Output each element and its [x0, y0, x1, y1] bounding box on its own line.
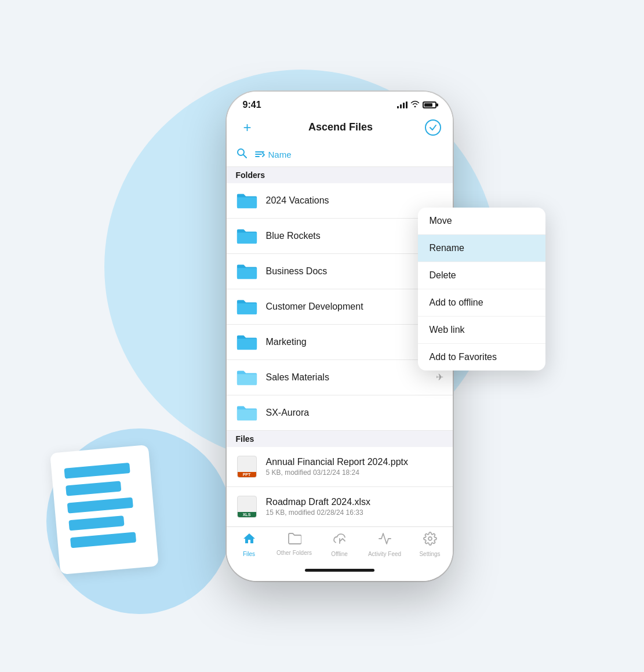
file-name: Annual Financial Report 2024.pptx [266, 457, 409, 467]
offline-tab-icon [333, 532, 347, 549]
check-button[interactable] [425, 119, 441, 136]
search-icon[interactable] [236, 147, 248, 162]
folder-name: Customer Development [266, 302, 443, 312]
status-time: 9:41 [243, 100, 261, 110]
doc-line-3 [67, 497, 134, 514]
folder-icon [236, 333, 258, 351]
file-meta: 5 KB, modified 03/12/24 18:24 [266, 468, 409, 477]
app-title: Ascend Files [257, 121, 425, 133]
tab-offline[interactable]: Offline [317, 532, 362, 557]
folder-name: Blue Rockets [266, 231, 443, 241]
wifi-icon [410, 100, 420, 109]
signal-bars-icon [397, 101, 407, 108]
tab-settings[interactable]: Settings [407, 532, 453, 557]
phone-wrapper: 9:41 [227, 92, 453, 581]
battery-icon [423, 101, 436, 108]
list-item[interactable]: XLS Roadmap Draft 2024.xlsx 15 KB, modif… [227, 487, 453, 526]
context-menu-add-offline[interactable]: Add to offline [418, 289, 545, 317]
doc-line-1 [64, 463, 131, 479]
tab-bar: Files Other Folders Offline [227, 526, 453, 569]
folder-name: Business Docs [266, 266, 443, 277]
xls-file-icon: XLS [236, 495, 258, 518]
context-menu-delete[interactable]: Delete [418, 262, 545, 289]
list-item[interactable]: SX-Aurora [227, 395, 453, 431]
folder-icon [236, 404, 258, 422]
folder-icon [236, 368, 258, 387]
file-info: Roadmap Draft 2024.xlsx 15 KB, modified … [266, 497, 371, 517]
folder-icon [236, 227, 258, 245]
status-bar: 9:41 [227, 92, 453, 115]
context-menu-web-link[interactable]: Web link [418, 317, 545, 344]
context-menu-add-favorites[interactable]: Add to Favorites [418, 344, 545, 370]
tab-files[interactable]: Files [227, 532, 272, 557]
activity-tab-icon [378, 532, 392, 549]
sort-label: Name [268, 150, 292, 159]
add-button[interactable]: + [238, 119, 257, 136]
file-info: Annual Financial Report 2024.pptx 5 KB, … [266, 457, 409, 477]
files-section-header: Files [227, 431, 453, 447]
doc-line-5 [70, 532, 137, 548]
other-folders-tab-icon [288, 532, 301, 548]
files-tab-icon [242, 532, 256, 549]
offline-airplane-icon: ✈ [436, 372, 443, 383]
sort-button[interactable]: Name [254, 150, 292, 159]
tab-other-folders-label: Other Folders [276, 550, 312, 556]
settings-tab-icon [423, 532, 437, 549]
context-menu-move[interactable]: Move [418, 208, 545, 235]
folder-name: Sales Materials [266, 372, 428, 383]
file-name: Roadmap Draft 2024.xlsx [266, 497, 371, 507]
file-meta: 15 KB, modified 02/28/24 16:33 [266, 508, 371, 517]
folder-icon [236, 191, 258, 210]
folder-name: 2024 Vacations [266, 195, 443, 206]
app-header: + Ascend Files [227, 115, 453, 143]
svg-point-5 [428, 537, 432, 540]
tab-activity[interactable]: Activity Feed [362, 532, 407, 557]
tab-offline-label: Offline [331, 551, 348, 557]
folder-icon [236, 297, 258, 316]
folders-section-header: Folders [227, 167, 453, 183]
doc-line-2 [66, 481, 121, 496]
tab-other-folders[interactable]: Other Folders [272, 532, 317, 557]
context-menu-rename[interactable]: Rename [418, 235, 545, 262]
status-icons [397, 100, 436, 109]
tab-activity-label: Activity Feed [368, 551, 401, 557]
folder-icon [236, 262, 258, 281]
home-indicator-area [227, 569, 453, 581]
list-item[interactable]: PPT Annual Financial Report 2024.pptx 5 … [227, 447, 453, 487]
home-indicator [305, 569, 374, 572]
svg-line-1 [243, 155, 246, 158]
tab-settings-label: Settings [419, 551, 440, 557]
doc-paper [50, 445, 159, 575]
ppt-file-icon: PPT [236, 455, 258, 478]
doc-line-4 [68, 515, 124, 531]
context-menu: Move Rename Delete Add to offline Web li… [418, 208, 545, 370]
doc-illustration [55, 449, 165, 582]
folder-name: SX-Aurora [266, 408, 443, 418]
search-bar: Name [227, 143, 453, 167]
folder-name: Marketing [266, 337, 443, 347]
tab-files-label: Files [243, 551, 255, 557]
